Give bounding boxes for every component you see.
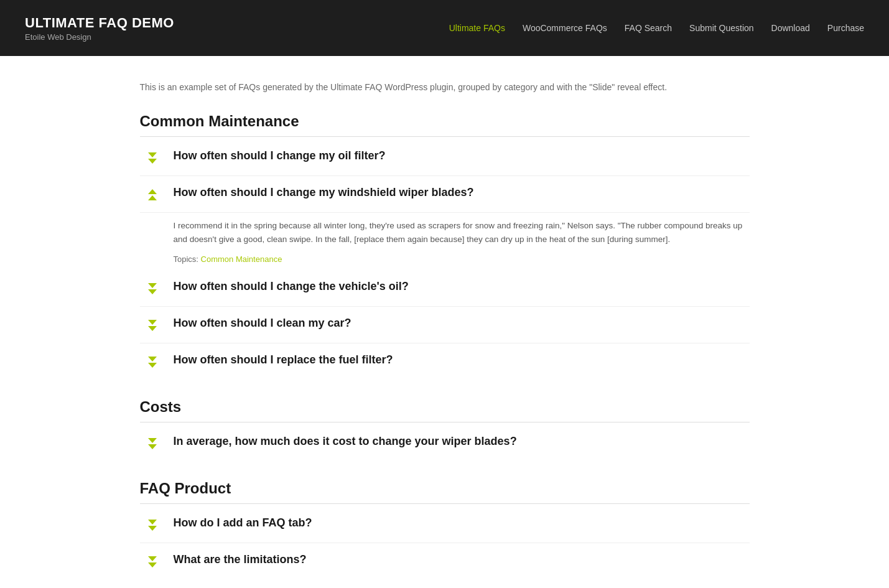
expand-down-icon — [145, 317, 160, 334]
category-divider — [140, 422, 750, 422]
faq-question-fuel-filter: How often should I replace the fuel filt… — [174, 352, 750, 368]
faq-item-oil-filter[interactable]: How often should I change my oil filter? — [140, 139, 750, 176]
faq-topics-wiper-blades: Topics: Common Maintenance — [174, 254, 750, 264]
faq-answer-text-wiper-blades: I recommend it in the spring because all… — [174, 219, 750, 247]
chevron-down-icon — [140, 516, 165, 534]
faq-question-vehicle-oil: How often should I change the vehicle's … — [174, 279, 750, 294]
chevron-down-icon — [140, 280, 165, 297]
faq-question-oil-filter: How often should I change my oil filter? — [174, 148, 750, 164]
intro-text: This is an example set of FAQs generated… — [140, 81, 750, 94]
faq-item-fuel-filter[interactable]: How often should I replace the fuel filt… — [140, 343, 750, 380]
faq-item-limitations[interactable]: What are the limitations? — [140, 543, 750, 579]
topics-link-wiper-blades[interactable]: Common Maintenance — [201, 254, 282, 264]
site-branding: ULTIMATE FAQ DEMO Etoile Web Design — [25, 15, 174, 42]
chevron-down-icon — [140, 353, 165, 371]
expand-up-icon — [145, 186, 160, 203]
faq-item-wiper-blades[interactable]: How often should I change my windshield … — [140, 176, 750, 213]
category-divider — [140, 136, 750, 137]
chevron-up-icon — [140, 186, 165, 203]
nav-item-download[interactable]: Download — [771, 23, 810, 33]
nav-item-ultimate-faqs[interactable]: Ultimate FAQs — [449, 23, 505, 33]
site-tagline: Etoile Web Design — [25, 32, 174, 42]
faq-question-limitations: What are the limitations? — [174, 552, 750, 567]
expand-down-icon — [145, 149, 160, 167]
faq-list-costs: In average, how much does it cost to cha… — [140, 425, 750, 461]
faq-category-costs: CostsIn average, how much does it cost t… — [140, 398, 750, 461]
faq-category-faq-product: FAQ ProductHow do I add an FAQ tab?What … — [140, 480, 750, 579]
faq-list-common-maintenance: How often should I change my oil filter?… — [140, 139, 750, 380]
category-title-common-maintenance: Common Maintenance — [140, 113, 750, 130]
faq-question-wiper-cost: In average, how much does it cost to cha… — [174, 434, 750, 449]
chevron-down-icon — [140, 435, 165, 452]
site-header: ULTIMATE FAQ DEMO Etoile Web Design Ulti… — [0, 0, 889, 56]
faq-question-faq-tab: How do I add an FAQ tab? — [174, 515, 750, 531]
faq-question-wiper-blades: How often should I change my windshield … — [174, 185, 750, 200]
chevron-down-icon — [140, 553, 165, 571]
category-title-costs: Costs — [140, 398, 750, 416]
topics-label: Topics: — [174, 254, 201, 264]
main-content: This is an example set of FAQs generated… — [72, 56, 818, 588]
category-title-faq-product: FAQ Product — [140, 480, 750, 497]
nav-item-faq-search[interactable]: FAQ Search — [625, 23, 672, 33]
faq-category-common-maintenance: Common MaintenanceHow often should I cha… — [140, 113, 750, 380]
faq-item-clean-car[interactable]: How often should I clean my car? — [140, 307, 750, 343]
chevron-down-icon — [140, 317, 165, 334]
site-title: ULTIMATE FAQ DEMO — [25, 15, 174, 31]
expand-down-icon — [145, 435, 160, 452]
category-divider — [140, 503, 750, 504]
expand-down-icon — [145, 516, 160, 534]
main-navigation: Ultimate FAQsWooCommerce FAQsFAQ SearchS… — [449, 23, 864, 33]
expand-down-icon — [145, 553, 160, 571]
faq-list-faq-product: How do I add an FAQ tab?What are the lim… — [140, 506, 750, 579]
expand-down-icon — [145, 353, 160, 371]
nav-item-woocommerce-faqs[interactable]: WooCommerce FAQs — [523, 23, 607, 33]
nav-item-purchase[interactable]: Purchase — [827, 23, 864, 33]
faq-item-faq-tab[interactable]: How do I add an FAQ tab? — [140, 506, 750, 543]
faq-item-wiper-cost[interactable]: In average, how much does it cost to cha… — [140, 425, 750, 461]
faq-sections: Common MaintenanceHow often should I cha… — [140, 113, 750, 579]
faq-item-vehicle-oil[interactable]: How often should I change the vehicle's … — [140, 270, 750, 307]
nav-item-submit-question[interactable]: Submit Question — [689, 23, 754, 33]
chevron-down-icon — [140, 149, 165, 167]
expand-down-icon — [145, 280, 160, 297]
faq-answer-wiper-blades: I recommend it in the spring because all… — [140, 213, 750, 270]
faq-question-clean-car: How often should I clean my car? — [174, 315, 750, 331]
